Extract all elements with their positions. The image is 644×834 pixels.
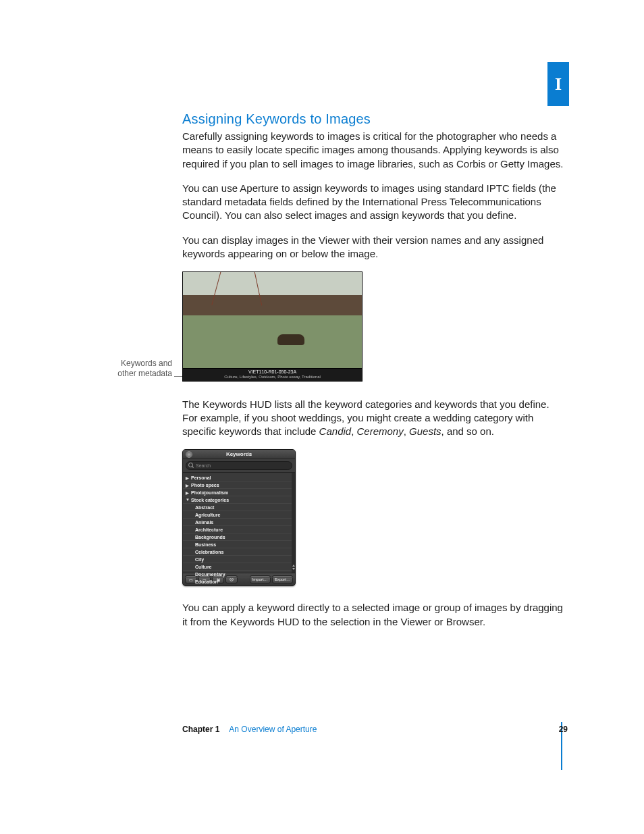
hud-row-label: City — [195, 557, 204, 562]
chapter-thumb-tab: I — [547, 62, 569, 106]
hud-keyword-item[interactable]: Backgrounds — [183, 533, 295, 541]
hud-keyword-item[interactable]: Culture — [183, 563, 295, 571]
callout-line2: other metadata — [117, 369, 172, 378]
hud-keyword-item[interactable]: Celebrations — [183, 548, 295, 556]
viewer-photo — [183, 272, 362, 368]
hud-list[interactable]: ▶Personal▶Photo specs▶Photojournalism▼St… — [183, 473, 295, 573]
hud-keyword-item[interactable]: Entertainment — [183, 585, 295, 586]
hud-row-label: Abstract — [195, 505, 214, 510]
hud-title-bar[interactable]: Keywords — [183, 450, 295, 459]
search-icon — [188, 463, 193, 467]
p4-i1: Candid — [319, 425, 352, 437]
p4-s2: , — [404, 425, 409, 437]
hud-search-row: Search — [183, 459, 295, 473]
viewer-thumbnail: VIET110-R01-050-23A Culture, Lifestyles,… — [182, 271, 363, 382]
body-paragraph-3: You can display images in the Viewer wit… — [182, 234, 564, 261]
disclosure-right-icon[interactable]: ▶ — [186, 490, 190, 495]
body-paragraph-4: The Keywords HUD lists all the keyword c… — [182, 398, 564, 439]
hud-row-label: Documentary — [195, 572, 225, 577]
hud-keyword-item[interactable]: Education — [183, 578, 295, 585]
disclosure-right-icon[interactable]: ▶ — [186, 475, 190, 480]
page-footer: Chapter 1 An Overview of Aperture 29 — [182, 725, 568, 734]
hud-row-label: Stock categories — [191, 498, 229, 502]
hud-row-label: Agriculture — [195, 513, 220, 517]
hud-category-item[interactable]: ▶Personal — [183, 474, 295, 481]
callout-metadata: Keywords and other metadata — [113, 359, 172, 379]
footer-chapter: Chapter 1 — [182, 725, 219, 734]
hud-category-item[interactable]: ▶Photo specs — [183, 481, 295, 489]
close-icon[interactable] — [186, 451, 192, 458]
hud-category-item[interactable]: ▼Stock categories — [183, 496, 295, 504]
hud-keyword-item[interactable]: City — [183, 556, 295, 563]
callout-line1: Keywords and — [121, 359, 172, 368]
viewer-photo-band — [183, 295, 362, 315]
hud-row-label: Backgrounds — [195, 535, 225, 540]
content-column: Assigning Keywords to Images Carefully a… — [182, 111, 564, 640]
p4-s1: , — [351, 425, 356, 437]
hud-keyword-item[interactable]: Business — [183, 541, 295, 548]
viewer-version-name: VIET110-R01-050-23A — [248, 369, 296, 374]
hud-keyword-item[interactable]: Abstract — [183, 504, 295, 511]
hud-row-label: Photojournalism — [191, 490, 228, 495]
hud-keyword-item[interactable]: Architecture — [183, 526, 295, 533]
body-paragraph-5: You can apply a keyword directly to a se… — [182, 601, 564, 629]
search-input[interactable]: Search — [186, 461, 292, 470]
section-heading: Assigning Keywords to Images — [182, 111, 564, 127]
body-paragraph-1: Carefully assigning keywords to images i… — [182, 130, 564, 171]
p4-i3: Guests — [409, 425, 441, 437]
footer-page-number: 29 — [559, 725, 568, 734]
hud-row-label: Culture — [195, 565, 212, 569]
hud-keyword-item[interactable]: Agriculture — [183, 511, 295, 519]
viewer-caption: VIET110-R01-050-23A Culture, Lifestyles,… — [183, 368, 362, 381]
viewer-photo-boat — [277, 334, 304, 345]
keywords-hud[interactable]: Keywords Search ▶Personal▶Photo specs▶Ph… — [182, 449, 296, 586]
footer-title: An Overview of Aperture — [229, 725, 317, 734]
disclosure-right-icon[interactable]: ▶ — [186, 483, 190, 488]
p4-i2: Ceremony — [357, 425, 404, 437]
hud-keyword-item[interactable]: Documentary — [183, 571, 295, 578]
hud-category-item[interactable]: ▶Photojournalism — [183, 489, 295, 496]
hud-scroll-arrows[interactable] — [292, 565, 294, 571]
disclosure-down-icon[interactable]: ▼ — [186, 498, 190, 502]
hud-row-label: Celebrations — [195, 550, 223, 554]
hud-row-label: Animals — [195, 520, 213, 525]
p4-post: , and so on. — [441, 425, 494, 437]
body-paragraph-2: You can use Aperture to assign keywords … — [182, 182, 564, 223]
hud-row-label: Architecture — [195, 527, 223, 532]
search-placeholder: Search — [196, 463, 211, 468]
hud-keyword-item[interactable]: Animals — [183, 519, 295, 526]
hud-title-text: Keywords — [226, 451, 252, 457]
hud-row-label: Personal — [191, 475, 211, 480]
page: I Keywords and other metadata Assigning … — [0, 0, 644, 834]
hud-row-label: Business — [195, 542, 216, 547]
hud-row-label: Photo specs — [191, 483, 219, 488]
hud-scrollbar[interactable] — [292, 473, 295, 573]
hud-row-label: Education — [195, 579, 218, 584]
viewer-keywords-line: Culture, Lifestyles, Outdoors, Photo ess… — [183, 375, 362, 380]
